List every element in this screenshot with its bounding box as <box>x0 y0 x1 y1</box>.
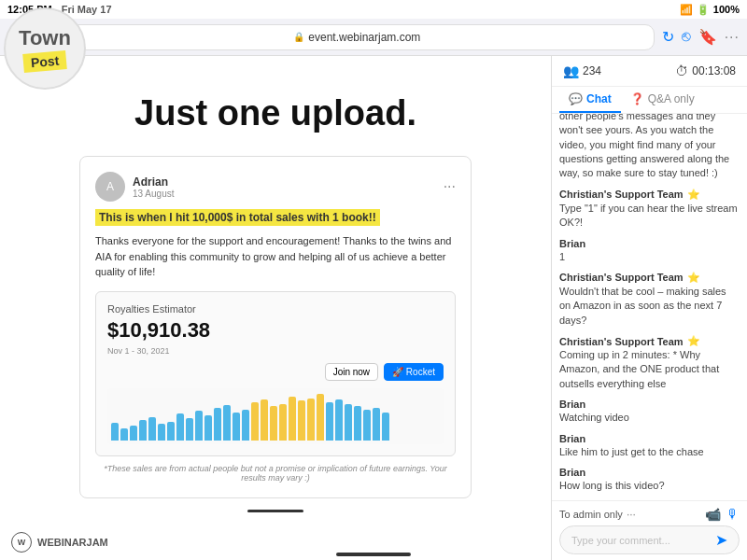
qna-icon: ❓ <box>630 92 644 105</box>
chart-bar <box>120 428 128 441</box>
chart-bar <box>298 400 305 441</box>
admin-label: To admin only <box>559 509 623 520</box>
chat-icon: 💬 <box>569 92 583 105</box>
chat-message: BrianHow long is this video? <box>559 467 740 493</box>
admin-line: To admin only ··· 📹 🎙 <box>559 507 740 522</box>
admin-video-icon[interactable]: 📹 <box>705 507 721 522</box>
chart-bar <box>139 420 147 441</box>
message-sender: Brian <box>559 399 740 410</box>
author-name: Adrian <box>133 175 174 189</box>
chat-message: Christian's Support TeamJust letting you… <box>559 114 740 181</box>
message-sender: Brian <box>559 238 740 249</box>
chart-bar <box>289 397 296 441</box>
right-sidebar: 👥 234 ⏱ 00:13:08 💬 Chat ❓ Q&A only Chris… <box>551 56 747 560</box>
rocket-button[interactable]: 🚀 Rocket <box>384 363 444 381</box>
viewers-icon: 👥 <box>563 63 579 78</box>
battery-pct: 100% <box>713 4 740 15</box>
chart-bar <box>111 423 119 441</box>
chat-message: Christian's Support Team⭐Coming up in 2 … <box>559 335 740 391</box>
message-text: Coming up in 2 minutes: * Why Amazon, an… <box>559 348 740 391</box>
message-sender: Brian <box>559 467 740 478</box>
royalties-period: Nov 1 - 30, 2021 <box>107 346 444 356</box>
chart-bar <box>335 399 343 441</box>
wj-circle-icon: W <box>11 532 32 553</box>
logo-post: Post <box>22 50 67 73</box>
message-text: Type "1" if you can hear the live stream… <box>559 202 740 231</box>
chart-bar <box>130 426 137 441</box>
message-text: Watching video <box>559 411 740 425</box>
url-text: event.webinarjam.com <box>308 31 420 44</box>
author-avatar: A <box>95 172 125 202</box>
lock-icon: 🔒 <box>293 32 304 42</box>
message-text: Just letting you know, we've turned off … <box>559 114 740 181</box>
post-author: A Adrian 13 August <box>95 172 174 202</box>
chart-bar <box>317 394 324 441</box>
royalties-title: Royalties Estimator <box>107 303 444 315</box>
message-sender: Christian's Support Team⭐ <box>559 335 740 347</box>
chart-bar <box>354 406 361 440</box>
chart-bar <box>279 404 287 441</box>
message-text: Wouldn't that be cool – making sales on … <box>559 285 740 328</box>
chat-message: Christian's Support Team⭐Type "1" if you… <box>559 189 740 231</box>
wifi-icon: 📶 <box>680 4 693 16</box>
timer: ⏱ 00:13:08 <box>675 63 736 78</box>
tab-chat[interactable]: 💬 Chat <box>559 87 621 113</box>
chat-message: BrianLike him to just get to the chase <box>559 433 740 459</box>
chart-bar <box>251 402 259 441</box>
chart-bar <box>242 410 249 441</box>
star-icon: ⭐ <box>687 189 700 201</box>
app-logo: Town Post <box>4 7 97 101</box>
post-menu-button[interactable]: ··· <box>444 178 456 195</box>
post-card: A Adrian 13 August ··· This is when I hi… <box>79 156 472 498</box>
chart-bar <box>270 406 277 440</box>
main-headline: Just one upload. <box>27 93 524 133</box>
bookmark-button[interactable]: 🔖 <box>698 28 717 46</box>
author-date: 13 August <box>133 189 174 199</box>
viewer-number: 234 <box>583 64 601 77</box>
post-highlight: This is when I hit 10,000$ in total sale… <box>95 209 380 226</box>
message-text: Like him to just get to the chase <box>559 445 740 459</box>
join-button[interactable]: Join now <box>325 363 378 381</box>
refresh-button[interactable]: ↻ <box>662 28 674 46</box>
chart-bar <box>373 408 380 440</box>
comment-input[interactable]: Type your comment... ➤ <box>559 525 740 554</box>
tab-qna[interactable]: ❓ Q&A only <box>621 87 704 113</box>
home-indicator <box>336 553 411 556</box>
chart-bar <box>204 415 212 440</box>
chart-bar <box>363 410 371 441</box>
address-bar[interactable]: 🔒 event.webinarjam.com <box>60 24 655 50</box>
chart-bar <box>195 411 203 440</box>
chat-message: Brian1 <box>559 238 740 264</box>
sidebar-tabs: 💬 Chat ❓ Q&A only <box>552 87 747 114</box>
browser-bar: ‹ › 🔒 event.webinarjam.com ↻ ⎋ 🔖 ··· <box>0 19 747 56</box>
chart-bar <box>186 418 193 441</box>
chat-footer: To admin only ··· 📹 🎙 Type your comment.… <box>552 500 747 560</box>
share-button[interactable]: ⎋ <box>682 28 691 46</box>
chart-bar <box>223 405 231 441</box>
timer-value: 00:13:08 <box>692 64 736 77</box>
royalties-chart <box>107 388 444 444</box>
chart-bar <box>382 413 389 441</box>
message-text: 1 <box>559 250 740 264</box>
message-sender: Christian's Support Team⭐ <box>559 272 740 284</box>
disclaimer: *These sales are from actual people but … <box>95 464 456 483</box>
admin-mic-icon[interactable]: 🎙 <box>726 507 740 522</box>
chat-message: BrianWatching video <box>559 399 740 425</box>
chart-bar <box>214 408 221 440</box>
chart-bar <box>233 413 240 441</box>
royalties-amount: $10,910.38 <box>107 318 444 343</box>
chart-bar <box>307 399 315 441</box>
sidebar-stats: 👥 234 ⏱ 00:13:08 <box>552 56 747 87</box>
input-placeholder: Type your comment... <box>571 535 715 546</box>
webinarjam-label: WEBINARJAM <box>37 537 108 548</box>
chat-message: Christian's Support Team⭐Wouldn't that b… <box>559 272 740 328</box>
chat-messages: Christian's Support TeamJust letting you… <box>552 114 747 500</box>
star-icon: ⭐ <box>687 272 700 284</box>
chart-bar <box>158 424 165 441</box>
send-button[interactable]: ➤ <box>715 531 727 549</box>
dots-button[interactable]: ··· <box>725 29 740 46</box>
chart-bar <box>148 417 156 441</box>
royalties-box: Royalties Estimator $10,910.38 Nov 1 - 3… <box>95 291 456 456</box>
status-bar: 12:05 PM Fri May 17 📶 🔋 100% <box>0 0 747 19</box>
chart-bar <box>261 399 268 441</box>
